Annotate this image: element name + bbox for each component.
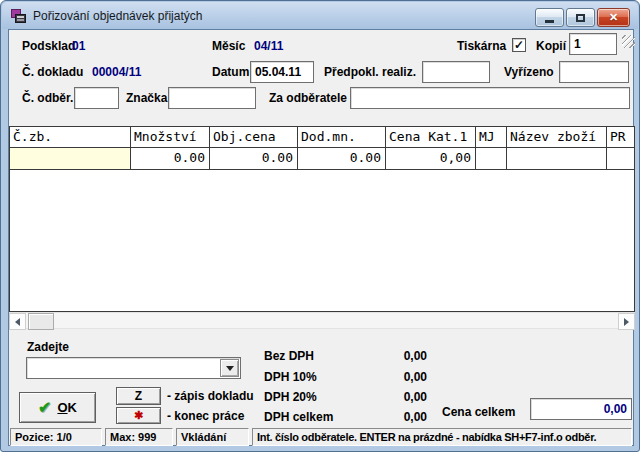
- app-icon: [11, 8, 27, 24]
- scroll-left-button[interactable]: [9, 313, 26, 330]
- table-cell[interactable]: [607, 148, 634, 169]
- bez-dph-value: 0,00: [339, 349, 427, 363]
- zadejte-combobox[interactable]: [26, 357, 241, 379]
- column-header[interactable]: Obj.cena: [210, 127, 298, 147]
- zapis-button[interactable]: Z: [116, 387, 161, 405]
- table-cell[interactable]: [10, 148, 131, 169]
- table-cell[interactable]: [507, 148, 607, 169]
- column-header[interactable]: Č.zb.: [10, 127, 131, 147]
- column-header[interactable]: Cena Kat.1: [386, 127, 476, 147]
- zadejte-label: Zadejte: [27, 340, 69, 354]
- znacka-label: Značka: [126, 91, 167, 105]
- column-header[interactable]: PR: [607, 127, 634, 147]
- scrollbar-thumb[interactable]: [28, 313, 54, 330]
- ok-button-label: OK: [57, 400, 77, 415]
- dph20-label: DPH 20%: [264, 390, 317, 404]
- titlebar[interactable]: Pořizování objednávek přijatých ✕: [2, 2, 638, 29]
- dph10-value: 0,00: [339, 370, 427, 384]
- checkmark-icon: ✓: [514, 38, 524, 52]
- app-window: Pořizování objednávek přijatých ✕ Podskl…: [0, 0, 640, 452]
- table-cell[interactable]: 0.00: [298, 148, 386, 169]
- cena-celkem-label: Cena celkem: [442, 405, 515, 419]
- za-odberatele-input[interactable]: [350, 87, 630, 109]
- vyrizeno-input[interactable]: [559, 61, 629, 83]
- podsklad-label: Podsklad: [22, 39, 75, 53]
- konec-desc: - konec práce: [167, 409, 244, 423]
- column-header[interactable]: Název zboží: [507, 127, 607, 147]
- bez-dph-label: Bez DPH: [264, 349, 314, 363]
- mesic-label: Měsíc: [212, 39, 245, 53]
- znacka-input[interactable]: [168, 87, 256, 109]
- c-dokladu-value: 00004/11: [92, 65, 141, 79]
- client-area: Podsklad 01 Měsíc 04/11 Tiskárna ✓ Kopií…: [8, 29, 634, 446]
- predpokl-realiz-input[interactable]: [422, 61, 490, 83]
- table-row[interactable]: 0.000.000.000,00: [10, 148, 634, 170]
- table-cell[interactable]: 0.00: [131, 148, 210, 169]
- dph-celkem-value: 0,00: [339, 410, 427, 424]
- combobox-dropdown-button[interactable]: [220, 359, 239, 377]
- scroll-left-icon: [11, 318, 20, 326]
- tiskarna-label: Tiskárna: [457, 39, 506, 53]
- predpokl-realiz-label: Předpokl. realiz.: [324, 65, 416, 79]
- kopii-input[interactable]: [569, 33, 617, 55]
- close-icon: ✕: [609, 12, 618, 23]
- status-mode: Vkládání: [176, 428, 249, 446]
- horizontal-scrollbar[interactable]: [9, 312, 635, 329]
- dph-celkem-label: DPH celkem: [264, 410, 333, 424]
- table-cell[interactable]: [476, 148, 507, 169]
- table-cell[interactable]: 0.00: [210, 148, 298, 169]
- cena-celkem-input[interactable]: [530, 398, 632, 420]
- items-table[interactable]: Č.zb.MnožstvíObj.cenaDod.mn.Cena Kat.1MJ…: [9, 126, 635, 312]
- minimize-button[interactable]: [535, 8, 564, 27]
- tiskarna-checkbox[interactable]: ✓: [512, 38, 526, 52]
- status-hint: Int. číslo odběratele. ENTER na prázdné …: [252, 428, 632, 446]
- konec-button[interactable]: ✱: [116, 407, 161, 424]
- c-odber-label: Č. odběr.: [22, 91, 73, 105]
- scroll-right-icon: [624, 318, 633, 326]
- za-odberatele-label: Za odběratele: [269, 91, 347, 105]
- asterisk-icon: ✱: [134, 409, 143, 422]
- close-button[interactable]: ✕: [597, 8, 630, 27]
- maximize-icon: [576, 14, 585, 22]
- scroll-right-button[interactable]: [618, 313, 635, 330]
- mesic-value: 04/11: [254, 39, 283, 53]
- column-header[interactable]: Množství: [131, 127, 210, 147]
- resize-grip[interactable]: [622, 35, 635, 48]
- maximize-button[interactable]: [566, 8, 595, 27]
- dph20-value: 0,00: [339, 390, 427, 404]
- dph10-label: DPH 10%: [264, 370, 317, 384]
- ok-button[interactable]: ✔ OK: [19, 392, 96, 423]
- status-pozice: Pozice: 1/0: [10, 428, 102, 446]
- minimize-icon: [545, 20, 554, 23]
- window-title: Pořizování objednávek přijatých: [33, 9, 202, 23]
- c-dokladu-label: Č. dokladu: [22, 65, 83, 79]
- column-header[interactable]: MJ: [476, 127, 507, 147]
- table-cell[interactable]: 0,00: [386, 148, 476, 169]
- zapis-desc: - zápis dokladu: [167, 389, 254, 403]
- c-odber-input[interactable]: [74, 87, 119, 109]
- column-header[interactable]: Dod.mn.: [298, 127, 386, 147]
- podsklad-value: 01: [72, 39, 85, 53]
- datum-label: Datum: [212, 65, 249, 79]
- kopii-label: Kopií: [536, 39, 566, 53]
- datum-input[interactable]: [250, 61, 314, 83]
- vyrizeno-label: Vyřízeno: [504, 65, 554, 79]
- status-bar: Pozice: 1/0 Max: 999 Vkládání Int. číslo…: [9, 428, 633, 446]
- check-icon: ✔: [38, 400, 51, 416]
- chevron-down-icon: [226, 366, 234, 375]
- status-max: Max: 999: [105, 428, 173, 446]
